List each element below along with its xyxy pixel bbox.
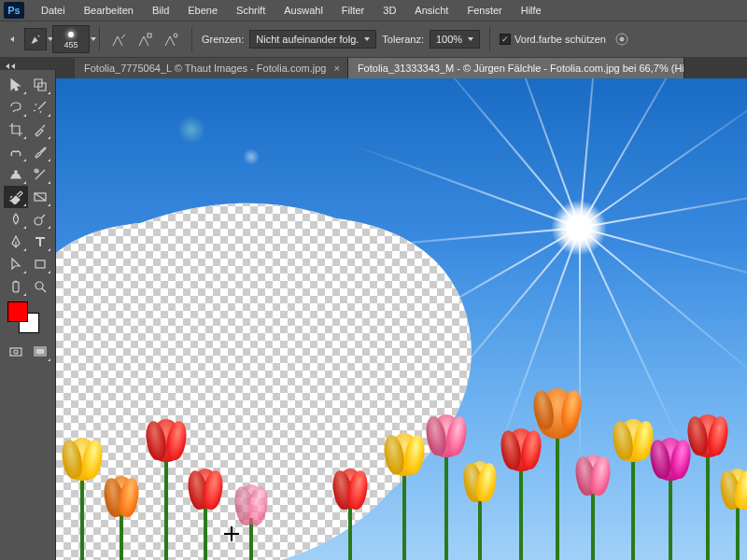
menu-edit[interactable]: Bearbeiten (75, 3, 143, 18)
document-tab-1[interactable]: Fotolia_7775064_L © Thaut Images - Fotol… (75, 58, 348, 78)
svg-point-7 (35, 217, 42, 225)
main-menu-bar: Ps Datei Bearbeiten Bild Ebene Schrift A… (0, 0, 747, 21)
protect-foreground-checkbox[interactable]: ✓ Vord.farbe schützen (500, 34, 606, 45)
blur-tool[interactable] (4, 208, 28, 231)
menu-type[interactable]: Schrift (227, 3, 275, 18)
menu-help[interactable]: Hilfe (512, 3, 551, 18)
menu-file[interactable]: Datei (32, 3, 75, 18)
canvas-area[interactable] (56, 78, 747, 560)
background-eraser-tool[interactable] (4, 186, 28, 208)
checkbox-checked-icon: ✓ (500, 34, 511, 45)
foreground-color-swatch[interactable] (7, 301, 28, 322)
tablet-pressure-icon[interactable] (612, 29, 632, 49)
lens-flare-icon (243, 148, 260, 165)
crop-tool[interactable] (4, 119, 28, 141)
rectangle-tool[interactable] (28, 253, 52, 275)
tolerance-value: 100% (436, 34, 462, 45)
quick-mask-tool[interactable] (4, 341, 28, 363)
menu-select[interactable]: Auswahl (275, 3, 332, 18)
tool-preset-picker[interactable] (24, 28, 47, 50)
svg-point-2 (174, 34, 177, 37)
pen-tool[interactable] (4, 231, 28, 253)
zoom-tool[interactable] (28, 275, 52, 298)
svg-rect-13 (36, 349, 44, 354)
sampling-once-icon[interactable] (135, 29, 156, 49)
limits-label: Grenzen: (202, 34, 244, 45)
svg-rect-10 (10, 348, 21, 356)
tolerance-label: Toleranz: (382, 34, 424, 45)
eraser-cursor-icon (224, 526, 239, 541)
move-tool[interactable] (4, 74, 28, 96)
menu-image[interactable]: Bild (143, 3, 178, 18)
document-tab-label: Fotolia_31333343_M - © Jürgen Fälchle - … (358, 63, 684, 74)
limits-dropdown[interactable]: Nicht aufeinander folg. (249, 30, 376, 49)
svg-rect-1 (148, 34, 151, 37)
menu-window[interactable]: Fenster (458, 3, 511, 18)
menu-filter[interactable]: Filter (332, 3, 374, 18)
brush-tool[interactable] (28, 141, 52, 163)
menu-layer[interactable]: Ebene (178, 3, 227, 18)
lasso-tool[interactable] (4, 96, 28, 119)
app-logo: Ps (4, 2, 24, 19)
menu-view[interactable]: Ansicht (405, 3, 458, 18)
healing-brush-tool[interactable] (4, 141, 28, 163)
document-tab-2[interactable]: Fotolia_31333343_M - © Jürgen Fälchle - … (348, 58, 684, 78)
tolerance-dropdown[interactable]: 100% (430, 30, 480, 49)
document-tabs: Fotolia_7775064_L © Thaut Images - Fotol… (0, 58, 747, 78)
brush-size-value: 455 (63, 40, 78, 49)
lens-flare-icon (177, 116, 205, 144)
protect-foreground-label: Vord.farbe schützen (514, 34, 606, 45)
svg-rect-8 (35, 260, 45, 268)
hand-tool[interactable] (4, 275, 28, 298)
gradient-tool[interactable] (28, 186, 52, 208)
brush-picker[interactable]: 455 (52, 25, 90, 53)
dodge-tool[interactable] (28, 208, 52, 231)
svg-point-0 (38, 35, 40, 37)
document-canvas[interactable] (56, 78, 747, 560)
tulips-graphic (56, 373, 747, 560)
clone-stamp-tool[interactable] (4, 163, 28, 186)
svg-point-11 (14, 350, 18, 354)
magic-wand-tool[interactable] (28, 96, 52, 119)
menu-3d[interactable]: 3D (374, 3, 405, 18)
sun-graphic (551, 200, 607, 256)
expand-options-icon[interactable] (6, 35, 19, 44)
close-icon[interactable]: × (333, 63, 339, 74)
artboard-tool[interactable] (28, 74, 52, 96)
options-bar: 455 Grenzen: Nicht aufeinander folg. Tol… (0, 21, 747, 58)
history-brush-tool[interactable] (28, 163, 52, 186)
sampling-continuous-icon[interactable] (109, 29, 130, 49)
type-tool[interactable] (28, 231, 52, 253)
svg-point-4 (620, 37, 624, 41)
screen-mode-tool[interactable] (28, 341, 52, 363)
eyedropper-tool[interactable] (28, 119, 52, 141)
color-swatches[interactable] (0, 298, 55, 341)
document-tab-label: Fotolia_7775064_L © Thaut Images - Fotol… (84, 63, 326, 74)
limits-value: Nicht aufeinander folg. (256, 34, 359, 45)
tool-panel (0, 70, 56, 560)
sampling-swatch-icon[interactable] (162, 29, 182, 49)
path-selection-tool[interactable] (4, 253, 28, 275)
svg-point-9 (35, 282, 43, 289)
